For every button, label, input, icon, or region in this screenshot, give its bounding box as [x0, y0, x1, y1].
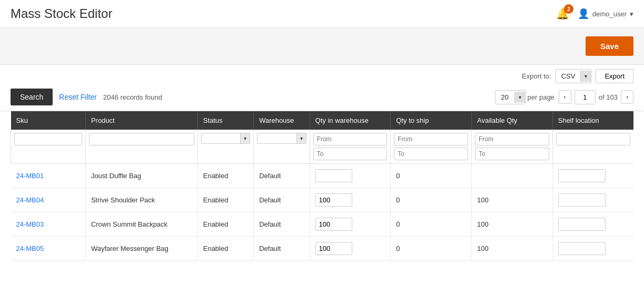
export-bar: Export to: CSV ▾ Export	[0, 65, 644, 83]
filter-available-qty	[472, 130, 553, 164]
shelf-location-filter-input[interactable]	[556, 133, 630, 145]
sku-link[interactable]: 24-MB01	[16, 172, 44, 180]
status-filter-arrow-icon[interactable]: ▾	[240, 133, 250, 143]
shelf-location-input[interactable]	[558, 169, 606, 182]
sku-filter-input[interactable]	[14, 133, 82, 145]
cell-warehouse: Default	[254, 188, 310, 212]
sku-link[interactable]: 24-MB05	[16, 245, 44, 252]
qty-warehouse-input[interactable]	[315, 169, 352, 182]
toolbar: Save	[0, 28, 644, 65]
cell-sku: 24-MB05	[11, 237, 86, 261]
qty-ship-range	[394, 133, 468, 160]
per-page-dropdown[interactable]: 20 ▾	[495, 90, 526, 104]
shelf-location-input[interactable]	[558, 242, 606, 255]
filter-sku	[11, 130, 86, 164]
available-qty-range	[475, 133, 549, 160]
page-number-input[interactable]	[574, 90, 596, 104]
warehouse-filter-arrow-icon[interactable]: ▾	[296, 133, 306, 143]
filter-qty-warehouse	[310, 130, 391, 164]
cell-qty-warehouse	[310, 188, 391, 212]
cell-available-qty	[472, 164, 553, 188]
cell-shelf-location	[552, 212, 633, 237]
search-button[interactable]: Search	[11, 89, 53, 105]
warehouse-filter-select[interactable]: ▾	[257, 133, 306, 144]
sku-link[interactable]: 24-MB03	[16, 220, 44, 228]
cell-warehouse: Default	[254, 212, 310, 237]
cell-status: Enabled	[197, 164, 253, 188]
header-actions: 🔔 2 👤 demo_user ▾	[556, 7, 633, 20]
cell-status: Enabled	[197, 188, 253, 212]
col-header-available-qty: Available Qty	[472, 111, 553, 130]
available-qty-to-input[interactable]	[475, 148, 549, 160]
col-header-warehouse: Warehouse	[254, 111, 310, 130]
cell-qty-ship: 0	[391, 188, 472, 212]
cell-qty-warehouse	[310, 237, 391, 261]
controls-bar: Search Reset Filter 2046 records found 2…	[0, 83, 644, 111]
per-page-value: 20	[496, 91, 514, 104]
user-name: demo_user	[592, 10, 627, 18]
prev-page-button[interactable]: ‹	[559, 90, 571, 104]
shelf-location-input[interactable]	[558, 218, 606, 231]
product-filter-input[interactable]	[89, 133, 194, 145]
cell-product: Strive Shoulder Pack	[85, 188, 197, 212]
per-page-label: per page	[528, 93, 554, 101]
controls-right: 20 ▾ per page ‹ of 103 ›	[495, 90, 633, 104]
per-page-arrow-icon[interactable]: ▾	[514, 92, 525, 103]
warehouse-filter-value	[257, 137, 296, 141]
qty-warehouse-input[interactable]	[315, 218, 352, 231]
qty-ship-from-input[interactable]	[394, 133, 468, 145]
export-button[interactable]: Export	[596, 69, 633, 83]
status-filter-value	[202, 137, 240, 141]
qty-ship-to-input[interactable]	[394, 148, 468, 160]
cell-product: Crown Summit Backpack	[85, 212, 197, 237]
next-page-button[interactable]: ›	[621, 90, 633, 104]
status-filter-select[interactable]: ▾	[201, 133, 250, 144]
filter-qty-ship	[391, 130, 472, 164]
controls-left: Search Reset Filter 2046 records found	[11, 89, 162, 105]
col-header-qty-ship: Qty to ship	[391, 111, 472, 130]
qty-warehouse-from-input[interactable]	[313, 133, 388, 145]
table-row: 24-MB03 Crown Summit Backpack Enabled De…	[11, 212, 634, 237]
notification-bell[interactable]: 🔔 2	[556, 7, 569, 20]
col-header-product: Product	[85, 111, 197, 130]
export-format-arrow-icon[interactable]: ▾	[580, 71, 591, 82]
stock-table: Sku Product Status Warehouse Qty in ware…	[11, 111, 633, 261]
cell-qty-warehouse	[310, 212, 391, 237]
cell-warehouse: Default	[254, 237, 310, 261]
filter-status: ▾	[197, 130, 253, 164]
col-header-qty-warehouse: Qty in warehouse	[310, 111, 391, 130]
export-label: Export to:	[522, 72, 551, 80]
available-qty-from-input[interactable]	[475, 133, 549, 145]
qty-warehouse-to-input[interactable]	[313, 148, 388, 160]
notification-badge: 2	[564, 4, 573, 14]
table-row: 24-MB05 Wayfarer Messenger Bag Enabled D…	[11, 237, 634, 261]
filter-shelf-location	[552, 130, 633, 164]
cell-sku: 24-MB04	[11, 188, 86, 212]
pagination: ‹ of 103 ›	[559, 90, 633, 104]
cell-sku: 24-MB03	[11, 212, 86, 237]
cell-status: Enabled	[197, 237, 253, 261]
col-header-sku: Sku	[11, 111, 86, 130]
cell-product: Joust Duffle Bag	[85, 164, 197, 188]
qty-warehouse-input[interactable]	[315, 242, 352, 255]
cell-status: Enabled	[197, 212, 253, 237]
table-row: 24-MB04 Strive Shoulder Pack Enabled Def…	[11, 188, 634, 212]
table-header-row: Sku Product Status Warehouse Qty in ware…	[11, 111, 634, 130]
user-menu[interactable]: 👤 demo_user ▾	[578, 8, 633, 20]
col-header-status: Status	[197, 111, 253, 130]
per-page-select: 20 ▾ per page	[495, 90, 554, 104]
cell-qty-warehouse	[310, 164, 391, 188]
save-button[interactable]: Save	[586, 36, 633, 56]
page-title: Mass Stock Editor	[11, 6, 112, 21]
cell-sku: 24-MB01	[11, 164, 86, 188]
export-format-select[interactable]: CSV ▾	[556, 69, 592, 83]
cell-available-qty: 100	[472, 212, 553, 237]
cell-warehouse: Default	[254, 164, 310, 188]
sku-link[interactable]: 24-MB04	[16, 196, 44, 204]
shelf-location-input[interactable]	[558, 193, 606, 207]
reset-filter-link[interactable]: Reset Filter	[59, 93, 97, 101]
cell-shelf-location	[552, 188, 633, 212]
table-wrap: Sku Product Status Warehouse Qty in ware…	[0, 111, 644, 271]
cell-product: Wayfarer Messenger Bag	[85, 237, 197, 261]
qty-warehouse-input[interactable]	[315, 193, 352, 207]
